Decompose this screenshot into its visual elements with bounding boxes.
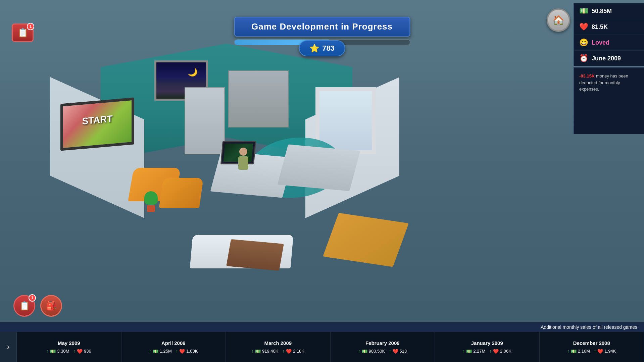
march-money-arrow: ↑ [252,349,254,354]
month-may-money: ↑ 💵 3.30M [47,349,69,354]
timeline-nav-arrow[interactable]: › [0,332,17,362]
month-may-fans: ↑ ❤️ 936 [73,349,91,354]
feb-fans-arrow: ↑ [389,349,391,354]
office-room [40,27,409,255]
coffee-table [226,239,284,271]
month-december-label: December 2008 [573,340,610,346]
dec-money-arrow: ↑ [567,349,569,354]
month-december-stats: ↑ 💵 2.16M ↑ ❤️ 1.94K [567,349,616,354]
stats-panel: 💵 50.85M ❤️ 81.5K 😄 Loved ⏰ June 2009 [574,3,644,66]
bag-icon: 🎒 [46,301,57,311]
dec-fans-value: 1.94K [604,349,616,354]
may-fans-value: 936 [84,349,91,354]
month-march-stats: ↑ 💵 919.40K ↑ ❤️ 2.18K [252,349,304,354]
money-icon: 💵 [579,7,588,15]
month-february-label: February 2009 [365,340,400,346]
timeline-bar: Additional monthly sales of all released… [0,322,644,362]
month-january-stats: ↑ 💵 2.27M ↑ ❤️ 2.06K [463,349,511,354]
shelf-unit [185,87,225,154]
march-fans-icon: ❤️ [286,349,292,354]
star-badge: ⭐ 783 [299,40,345,56]
month-april-money: ↑ 💵 1.25M [149,349,172,354]
reports-badge: 1 [29,294,36,302]
desk-right [278,144,360,191]
dec-fans-icon: ❤️ [597,349,603,354]
month-december-money: ↑ 💵 2.16M [567,349,590,354]
monthly-sales-header: Additional monthly sales of all released… [0,322,644,332]
star-icon: ⭐ [309,44,319,53]
month-march-money: ↑ 💵 919.40K [252,349,279,354]
month-january-2009: January 2009 ↑ 💵 2.27M ↑ ❤️ 2.06K [435,332,540,362]
dec-money-value: 2.16M [578,349,590,354]
bookshelf [228,70,289,127]
may-fans-icon: ❤️ [77,349,83,354]
april-money-value: 1.25M [160,349,172,354]
march-fans-arrow: ↑ [282,349,285,354]
progress-title: Game Development in Progress [234,17,410,37]
april-money-arrow: ↑ [149,349,151,354]
money-stat-row: 💵 50.85M [574,3,644,19]
month-january-money: ↑ 💵 2.27M [463,349,486,354]
may-money-value: 3.30M [57,349,69,354]
feb-money-arrow: ↑ [358,349,360,354]
home-button[interactable]: 🏠 [547,8,570,32]
toolbar-reports-container[interactable]: 📋 1 [13,295,35,317]
feb-fans-value: 513 [400,349,407,354]
month-may-stats: ↑ 💵 3.30M ↑ ❤️ 936 [47,349,91,354]
april-fans-icon: ❤️ [179,349,185,354]
progress-title-text: Game Development in Progress [251,21,393,32]
dec-money-icon: 💵 [571,349,577,354]
month-february-fans: ↑ ❤️ 513 [389,349,407,354]
month-april-fans: ↑ ❤️ 1.83K [176,349,198,354]
fans-icon: ❤️ [579,22,588,31]
march-money-icon: 💵 [255,349,261,354]
month-december-fans: ↑ ❤️ 1.94K [594,349,616,354]
notification-text: -83.15K money has been deducted for mont… [579,73,639,93]
clipboard-button[interactable]: 📋 1 [12,23,34,42]
fans-stat-row: ❤️ 81.5K [574,19,644,35]
may-money-icon: 💵 [50,349,56,354]
clipboard-badge: 1 [27,23,34,30]
sofa-orange-right [159,178,204,208]
character-1 [235,148,252,174]
april-money-icon: 💵 [153,349,158,354]
mood-value: Loved [592,39,609,46]
month-may-2009: May 2009 ↑ 💵 3.30M ↑ ❤️ 936 [17,332,121,362]
timeline-months: › May 2009 ↑ 💵 3.30M ↑ ❤️ 936 April 2009 [0,332,644,362]
feb-money-icon: 💵 [362,349,367,354]
mood-icon: 😄 [579,38,588,47]
fans-value: 81.5K [592,23,608,31]
toolbar-bag-container[interactable]: 🎒 [40,295,62,317]
home-icon: 🏠 [553,15,564,26]
month-april-label: April 2009 [161,340,186,346]
reports-button[interactable]: 📋 1 [13,295,35,317]
clipboard-container[interactable]: 📋 1 [12,23,34,42]
month-february-money: ↑ 💵 980.50K [358,349,385,354]
jan-money-value: 2.27M [473,349,485,354]
bag-button[interactable]: 🎒 [40,295,62,317]
mood-stat-row: 😄 Loved [574,35,644,51]
tv-screen [60,97,134,151]
month-january-fans: ↑ ❤️ 2.06K [489,349,511,354]
march-money-value: 919.40K [262,349,278,354]
month-april-2009: April 2009 ↑ 💵 1.25M ↑ ❤️ 1.83K [121,332,226,362]
jan-money-icon: 💵 [466,349,472,354]
date-icon: ⏰ [579,54,588,63]
orange-rug [323,213,409,267]
month-january-label: January 2009 [471,340,503,346]
notification-amount: -83.15K [579,73,595,79]
feb-fans-icon: ❤️ [393,349,398,354]
month-march-2009: March 2009 ↑ 💵 919.40K ↑ ❤️ 2.18K [226,332,331,362]
feb-money-value: 980.50K [369,349,385,354]
star-score-value: 783 [322,44,335,53]
month-april-stats: ↑ 💵 1.25M ↑ ❤️ 1.83K [149,349,198,354]
date-stat-row: ⏰ June 2009 [574,51,644,66]
april-fans-arrow: ↑ [176,349,178,354]
jan-fans-value: 2.06K [500,349,511,354]
jan-fans-icon: ❤️ [493,349,499,354]
dec-fans-arrow: ↑ [594,349,596,354]
reports-icon: 📋 [19,301,30,311]
may-money-arrow: ↑ [47,349,49,354]
month-march-fans: ↑ ❤️ 2.18K [282,349,304,354]
month-march-label: March 2009 [264,340,292,346]
